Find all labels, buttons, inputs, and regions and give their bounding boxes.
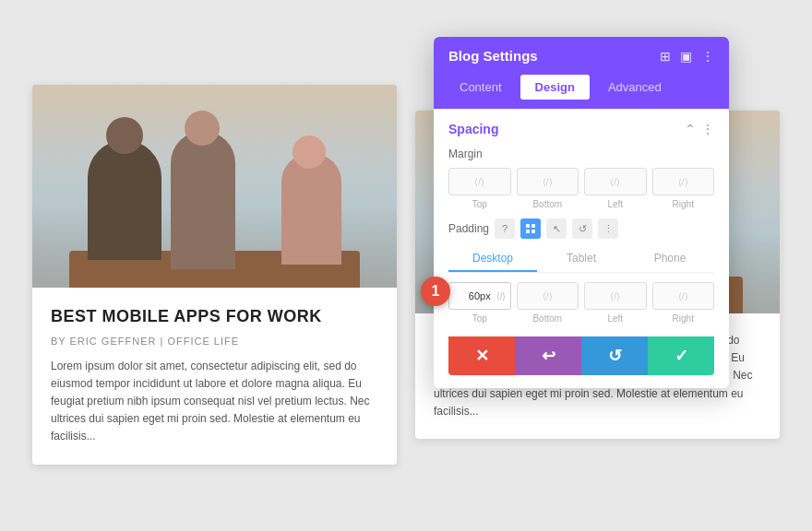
margin-bottom-label: Bottom [532, 199, 562, 209]
padding-top-input[interactable]: 60px ⟨/⟩ [448, 282, 511, 310]
svg-rect-3 [531, 230, 535, 233]
panel-header-icons: ⊞ ▣ ⋮ [660, 49, 714, 64]
panel-title: Blog Settings [448, 48, 538, 64]
panel-more-icon[interactable]: ⋮ [701, 49, 714, 64]
padding-grid: 60px ⟨/⟩ Top ⟨/⟩ Bottom ⟨/⟩ Left [448, 282, 714, 324]
margin-bottom-wrap: ⟨/⟩ Bottom [517, 168, 579, 209]
section-collapse-icon[interactable]: ⌃ [685, 122, 696, 136]
blog-excerpt: Lorem ipsum dolor sit amet, consectetur … [51, 358, 378, 446]
margin-left-wrap: ⟨/⟩ Left [584, 168, 647, 209]
panel-tabs: Content Design Advanced [434, 75, 729, 109]
annotation-number: 1 [421, 277, 450, 306]
margin-bottom-input[interactable]: ⟨/⟩ [517, 168, 579, 195]
panel-responsive-icon[interactable]: ⊞ [660, 49, 671, 64]
blog-card-left: BEST MOBILE APPS FOR WORK BY ERIC GEFFNE… [32, 85, 397, 464]
padding-more-btn[interactable]: ⋮ [598, 218, 618, 239]
padding-label: Padding [448, 222, 489, 235]
svg-rect-2 [526, 230, 530, 233]
section-options-icon[interactable]: ⋮ [701, 122, 714, 136]
margin-label: Margin [448, 148, 714, 160]
svg-rect-0 [526, 224, 530, 228]
margin-grid: ⟨/⟩ Top ⟨/⟩ Bottom ⟨/⟩ Left [448, 168, 714, 209]
device-tabs: Desktop Tablet Phone [448, 246, 714, 273]
undo-button[interactable]: ↩ [515, 336, 581, 375]
cancel-button[interactable]: ✕ [448, 336, 515, 375]
blog-card-image [32, 85, 397, 288]
svg-rect-1 [531, 224, 535, 228]
padding-help-btn[interactable]: ? [495, 218, 515, 239]
tab-content[interactable]: Content [445, 75, 517, 100]
confirm-button[interactable]: ✓ [648, 336, 714, 375]
blog-title: BEST MOBILE APPS FOR WORK [51, 306, 378, 327]
margin-right-label: Right [673, 199, 694, 209]
padding-bottom-input[interactable]: ⟨/⟩ [517, 282, 579, 310]
padding-top-label: Top [472, 313, 487, 324]
device-tab-tablet[interactable]: Tablet [537, 246, 626, 272]
padding-left-wrap: ⟨/⟩ Left [584, 282, 647, 324]
padding-bottom-label: Bottom [532, 313, 562, 324]
settings-panel: Blog Settings ⊞ ▣ ⋮ Content Design Advan… [434, 37, 729, 388]
padding-row: Padding ? ↖ ↺ ⋮ [448, 218, 714, 239]
margin-top-wrap: ⟨/⟩ Top [448, 168, 511, 209]
device-tab-desktop[interactable]: Desktop [448, 246, 537, 272]
tab-design[interactable]: Design [520, 75, 590, 100]
panel-body: Spacing ⌃ ⋮ Margin ⟨/⟩ Top ⟨/⟩ [434, 109, 729, 388]
tab-advanced[interactable]: Advanced [593, 75, 676, 100]
padding-bottom-wrap: ⟨/⟩ Bottom [517, 282, 579, 324]
panel-layout-icon[interactable]: ▣ [680, 49, 692, 64]
padding-left-input[interactable]: ⟨/⟩ [584, 282, 647, 310]
panel-header: Blog Settings ⊞ ▣ ⋮ [434, 37, 729, 75]
margin-right-wrap: ⟨/⟩ Right [652, 168, 715, 209]
padding-left-label: Left [607, 313, 623, 324]
margin-left-label: Left [607, 199, 623, 209]
padding-right-wrap: ⟨/⟩ Right [652, 282, 715, 324]
section-header: Spacing ⌃ ⋮ [448, 122, 714, 136]
action-bar: ✕ ↩ ↺ ✓ [448, 336, 714, 375]
padding-cursor-btn[interactable]: ↖ [546, 218, 567, 239]
padding-link-btn[interactable] [520, 218, 541, 239]
blog-author: BY ERIC GEFFNER | OFFICE LIFE [51, 336, 378, 347]
margin-left-input[interactable]: ⟨/⟩ [584, 168, 647, 195]
margin-right-input[interactable]: ⟨/⟩ [652, 168, 715, 195]
margin-top-label: Top [472, 199, 487, 209]
padding-right-label: Right [673, 313, 694, 324]
section-title: Spacing [448, 122, 498, 136]
margin-top-input[interactable]: ⟨/⟩ [448, 168, 511, 195]
main-container: BEST MOBILE APPS FOR WORK BY ERIC GEFFNE… [0, 0, 812, 531]
redo-button[interactable]: ↺ [581, 336, 648, 375]
device-tab-phone[interactable]: Phone [626, 246, 714, 272]
padding-right-input[interactable]: ⟨/⟩ [652, 282, 715, 310]
padding-top-wrap: 60px ⟨/⟩ Top [448, 282, 511, 324]
padding-reset-btn[interactable]: ↺ [572, 218, 592, 239]
